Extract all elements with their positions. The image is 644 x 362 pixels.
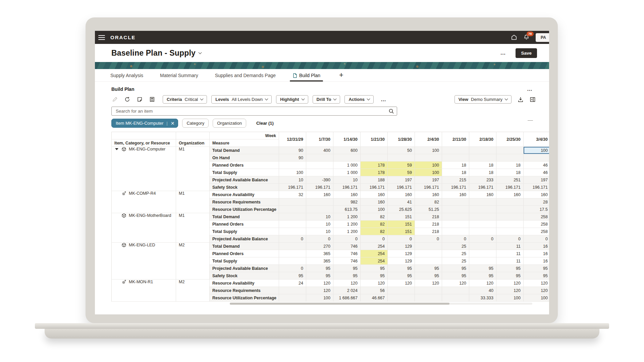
value-cell[interactable]: 120	[442, 280, 469, 287]
value-cell[interactable]: 95	[388, 272, 415, 280]
value-cell[interactable]: 40	[469, 287, 496, 294]
tab-material-summary[interactable]: Material Summary	[159, 70, 199, 81]
value-cell[interactable]	[442, 147, 469, 154]
value-cell[interactable]: 10	[306, 221, 333, 228]
value-cell[interactable]: 10	[279, 176, 306, 184]
value-cell[interactable]	[279, 250, 306, 257]
value-cell[interactable]: 160	[333, 191, 361, 198]
item-name[interactable]: MK-ENG-Computer	[129, 147, 165, 152]
value-cell[interactable]: 95	[496, 272, 524, 280]
value-cell[interactable]	[442, 206, 469, 213]
value-cell[interactable]	[469, 221, 496, 228]
value-cell[interactable]: 160	[415, 191, 442, 198]
value-cell[interactable]	[469, 243, 496, 250]
value-cell[interactable]: 95	[388, 265, 415, 272]
value-cell[interactable]	[496, 198, 524, 206]
value-cell[interactable]: 18	[496, 162, 524, 169]
value-cell[interactable]	[469, 147, 496, 154]
value-cell[interactable]	[361, 147, 388, 154]
value-cell[interactable]: 270	[306, 243, 333, 250]
value-cell[interactable]: 82	[361, 228, 388, 235]
value-cell[interactable]: 196.171	[279, 184, 306, 191]
value-cell[interactable]: 196.171	[361, 184, 388, 191]
value-cell[interactable]: 196.171	[524, 184, 549, 191]
value-cell[interactable]: 16	[524, 250, 549, 257]
pane-resize-handle[interactable]	[528, 120, 533, 121]
view-dropdown[interactable]: View Demo Summary	[454, 95, 512, 104]
value-cell[interactable]: 746	[333, 257, 361, 265]
value-cell[interactable]: 197	[415, 176, 442, 184]
value-cell[interactable]: 90	[279, 154, 306, 162]
value-cell[interactable]: 41	[388, 198, 415, 206]
value-cell[interactable]: 1 200	[333, 221, 361, 228]
value-cell[interactable]: 160	[361, 198, 388, 206]
value-cell[interactable]	[442, 154, 469, 162]
value-cell[interactable]: 100	[415, 147, 442, 154]
refresh-icon[interactable]	[124, 96, 130, 103]
value-cell[interactable]	[469, 213, 496, 221]
hamburger-menu-icon[interactable]	[98, 35, 105, 40]
value-cell[interactable]: 95	[333, 265, 361, 272]
value-cell[interactable]: 188	[361, 176, 388, 184]
value-cell[interactable]: 95	[442, 272, 469, 280]
value-cell[interactable]: 82	[361, 221, 388, 228]
value-cell[interactable]: 120	[306, 287, 333, 294]
value-cell[interactable]	[388, 287, 415, 294]
drill-to-dropdown[interactable]: Drill To	[313, 95, 340, 104]
item-name[interactable]: MK-COMP-R4	[129, 191, 156, 196]
value-cell[interactable]: 82	[415, 198, 442, 206]
value-cell[interactable]: 11	[496, 243, 524, 250]
value-cell[interactable]: 196.171	[496, 184, 524, 191]
value-cell[interactable]: 196.171	[469, 184, 496, 191]
download-icon[interactable]	[518, 97, 524, 103]
value-cell[interactable]: 129	[388, 243, 415, 250]
value-cell[interactable]	[306, 198, 333, 206]
value-cell[interactable]	[442, 221, 469, 228]
value-cell[interactable]: 178	[361, 162, 388, 169]
value-cell[interactable]: 218	[415, 221, 442, 228]
value-cell[interactable]: 0	[415, 235, 442, 243]
title-chevron-down-icon[interactable]	[199, 51, 202, 54]
value-cell[interactable]: 151	[388, 221, 415, 228]
value-cell[interactable]	[496, 147, 524, 154]
collapse-panel-icon[interactable]	[530, 97, 536, 103]
notes-icon[interactable]	[136, 96, 143, 103]
value-cell[interactable]: 25	[442, 250, 469, 257]
value-cell[interactable]	[469, 250, 496, 257]
value-cell[interactable]	[496, 213, 524, 221]
value-cell[interactable]	[469, 228, 496, 235]
tab-supplies-and-demands-page[interactable]: Supplies and Demands Page	[214, 70, 276, 81]
value-cell[interactable]: 10	[306, 228, 333, 235]
value-cell[interactable]: 196.171	[442, 184, 469, 191]
value-cell[interactable]: 18	[469, 162, 496, 169]
value-cell[interactable]	[306, 154, 333, 162]
value-cell[interactable]: 982	[333, 198, 361, 206]
value-cell[interactable]: 18	[469, 169, 496, 176]
value-cell[interactable]	[415, 257, 442, 265]
value-cell[interactable]: 120	[469, 280, 496, 287]
value-cell[interactable]: 100	[496, 294, 524, 302]
value-cell[interactable]: 2 024	[333, 287, 361, 294]
value-cell[interactable]: 1 000	[333, 169, 361, 176]
value-cell[interactable]: 95	[361, 265, 388, 272]
value-cell[interactable]: 251	[496, 176, 524, 184]
value-cell[interactable]	[469, 257, 496, 265]
value-cell[interactable]	[469, 154, 496, 162]
value-cell[interactable]	[415, 294, 442, 302]
actions-dropdown[interactable]: Actions	[344, 95, 374, 104]
value-cell[interactable]: 129	[388, 250, 415, 257]
value-cell[interactable]	[469, 206, 496, 213]
value-cell[interactable]: 95	[469, 265, 496, 272]
value-cell[interactable]	[442, 198, 469, 206]
value-cell[interactable]: 120	[388, 280, 415, 287]
value-cell[interactable]: 196.171	[388, 184, 415, 191]
value-cell[interactable]: 258	[524, 213, 549, 221]
item-name[interactable]: MK-ENG-MotherBoard	[129, 213, 171, 218]
criteria-dropdown[interactable]: CriteriaCritical	[163, 95, 207, 104]
value-cell[interactable]	[306, 162, 333, 169]
active-filter-chip-item[interactable]: Item MK-ENG-Computer | ✕	[111, 119, 178, 128]
value-cell[interactable]: 95	[306, 272, 333, 280]
value-cell[interactable]: 365	[306, 250, 333, 257]
value-cell[interactable]: 25	[442, 243, 469, 250]
value-cell[interactable]: 0	[388, 235, 415, 243]
